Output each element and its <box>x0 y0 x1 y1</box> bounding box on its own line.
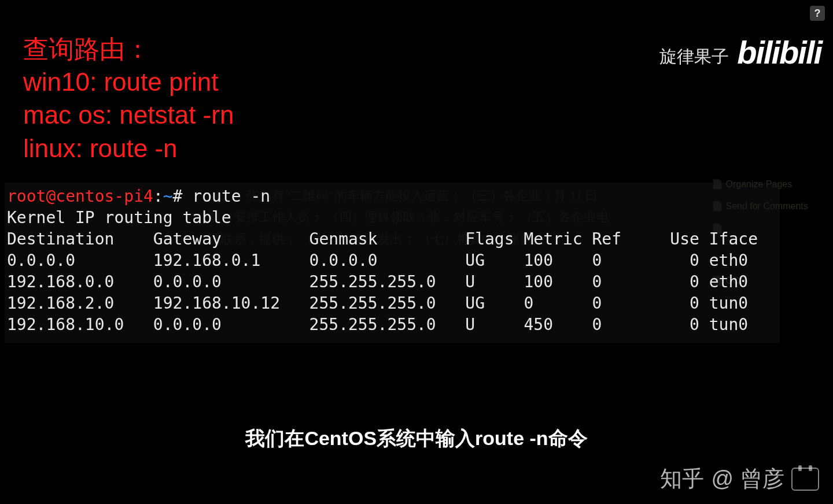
help-icon[interactable]: ? <box>810 6 825 21</box>
prompt-user: root <box>7 187 46 206</box>
routing-table-header: Destination Gateway Genmask Flags Metric… <box>7 229 777 250</box>
video-frame: ? 旋律果子 bilibili 查询路由： win10: route print… <box>0 0 833 504</box>
watermark-prefix: 知乎 <box>660 464 704 494</box>
shell-prompt-line: root@centos-pi4:~# route -n <box>7 186 777 207</box>
routing-table-row: 192.168.0.0 0.0.0.0 255.255.255.0 U 100 … <box>7 272 777 293</box>
watermark-at: @ <box>711 466 734 491</box>
routing-table-title: Kernel IP routing table <box>7 207 777 229</box>
video-subtitle: 我们在CentOS系统中输入route -n命令 <box>245 425 587 452</box>
typed-command: route -n <box>192 187 270 206</box>
instruction-overlay: 查询路由： win10: route print mac os: netstat… <box>23 32 234 165</box>
bilibili-logo-icon: bilibili <box>737 34 821 71</box>
zhihu-tv-icon <box>791 468 819 491</box>
terminal-output: root@centos-pi4:~# route -n Kernel IP ro… <box>5 183 780 343</box>
channel-name: 旋律果子 <box>659 45 729 69</box>
routing-table-row: 192.168.10.0 0.0.0.0 255.255.255.0 U 450… <box>7 314 777 336</box>
prompt-host: centos-pi4 <box>56 187 153 206</box>
watermark-author: 曾彦 <box>740 464 784 494</box>
overlay-line-linux: linux: route -n <box>23 134 178 162</box>
routing-table-row: 192.168.2.0 192.168.10.12 255.255.255.0 … <box>7 293 777 314</box>
overlay-title: 查询路由： <box>23 35 150 63</box>
overlay-line-macos: mac os: netstat -rn <box>23 101 234 129</box>
prompt-cwd: ~ <box>163 187 173 206</box>
overlay-line-win10: win10: route print <box>23 68 219 96</box>
routing-table-body: 0.0.0.0 192.168.0.1 0.0.0.0 UG 100 0 0 e… <box>7 250 777 336</box>
zhihu-watermark: 知乎 @ 曾彦 <box>660 464 819 494</box>
routing-table-row: 0.0.0.0 192.168.0.1 0.0.0.0 UG 100 0 0 e… <box>7 250 777 272</box>
